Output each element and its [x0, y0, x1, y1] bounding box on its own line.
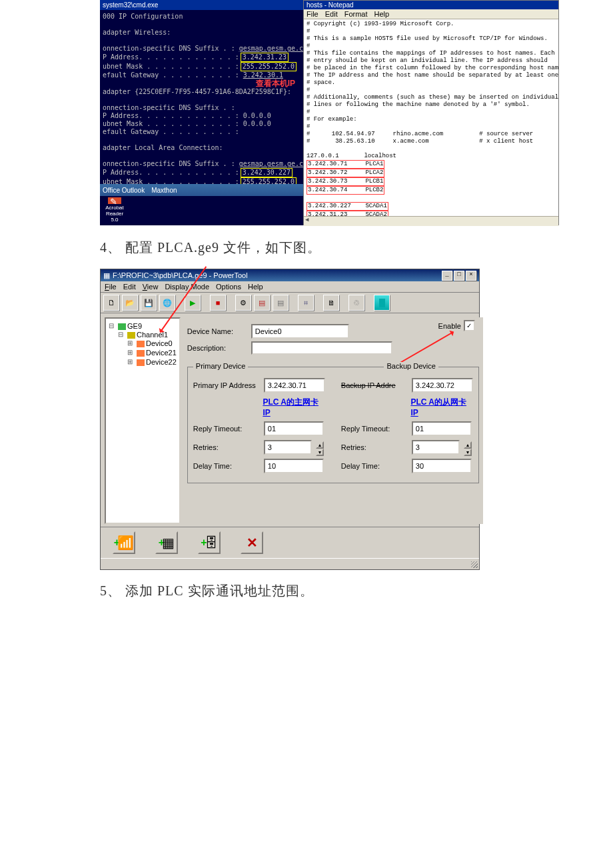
desktop-icon-label: Acrobat Reader 5.0: [103, 205, 127, 223]
ip-address-1: 3.242.31.23: [241, 53, 289, 62]
powertool-menubar: File Edit View Display Mode Options Help: [101, 281, 479, 293]
taskbar-item[interactable]: Office Outlook: [103, 187, 145, 194]
label-delay-time: Delay Time:: [341, 462, 408, 470]
hosts-localhost: 127.0.0.1 localhost: [306, 153, 396, 159]
menu-display-mode[interactable]: Display Mode: [165, 283, 209, 291]
notepad-menubar: File Edit Format Help: [304, 9, 558, 19]
subnet-mask-2: 0.0.0.0: [243, 120, 271, 127]
ip-address-2: 0.0.0.0: [243, 112, 271, 119]
tree-root[interactable]: GE9: [127, 322, 142, 330]
delete-button[interactable]: ✕: [241, 531, 263, 554]
label-device-name: Device Name:: [187, 327, 247, 335]
desktop-icons: Acrobat Reader 5.0: [100, 196, 303, 225]
label-retries: Retries:: [341, 443, 408, 451]
menu-format[interactable]: Format: [344, 10, 368, 18]
menu-help[interactable]: Help: [248, 283, 263, 291]
desktop-icon-acrobat[interactable]: Acrobat Reader 5.0: [103, 196, 127, 223]
toolbar-reset[interactable]: [348, 295, 364, 311]
toolbar-start[interactable]: [185, 295, 201, 311]
taskbar: Office Outlook Maxthon: [100, 184, 303, 196]
powertool-titlebar: ▦ F:\PROFIC~3\pdb\PLCA.ge9 - PowerTool _…: [101, 269, 479, 281]
hosts-scada1: 3.242.30.227 SCADA1: [306, 202, 388, 211]
toolbar-list[interactable]: [273, 295, 289, 311]
label-backup-ip: Backup IP Addre: [341, 381, 408, 389]
menu-file[interactable]: File: [306, 10, 318, 18]
toolbar-network[interactable]: [159, 295, 175, 311]
add-device-button[interactable]: +▦: [155, 531, 178, 554]
input-backup-ip[interactable]: 3.242.30.72: [412, 378, 473, 393]
cmd-body: 000 IP Configuration adapter Wireless: o…: [100, 10, 303, 213]
toolbar-settings[interactable]: [235, 295, 251, 311]
dns-suffix-1: gesmap.gesm.ge.com: [239, 45, 311, 52]
device-form: Device Name: Device0 Enable Description:…: [183, 317, 483, 524]
taskbar-item[interactable]: Maxthon: [151, 187, 177, 194]
adapter-lan-header: adapter Local Area Connection:: [103, 144, 301, 152]
powertool-content: GE9 Channel1 Device0 Device21 Device22: [101, 313, 479, 527]
toolbar-stop[interactable]: [210, 295, 226, 311]
toolbar-save[interactable]: [141, 295, 157, 311]
tree-device[interactable]: Device0: [146, 339, 173, 347]
toolbar-stats[interactable]: [254, 295, 270, 311]
label-reply-timeout: Reply Timeout:: [341, 425, 408, 433]
spinner-primary-retries[interactable]: ▲▼: [316, 441, 324, 453]
add-channel-button[interactable]: +📶: [113, 531, 135, 554]
window-title: F:\PROFIC~3\pdb\PLCA.ge9 - PowerTool: [113, 271, 248, 279]
checkbox-enable[interactable]: [464, 320, 475, 331]
input-description[interactable]: [251, 341, 392, 355]
hosts-plca1: 3.242.30.71 PLCA1: [306, 160, 384, 169]
close-button[interactable]: ×: [466, 271, 476, 281]
gateway-1: 3.242.30.1: [243, 71, 283, 79]
adapter-guid-header: adapter {225C0EFF-7F95-4457-91A6-8DA2F25…: [103, 88, 301, 96]
toolbar-report[interactable]: [323, 295, 339, 311]
toolbar-monitor[interactable]: [374, 295, 390, 311]
label-reply-timeout: Reply Timeout:: [193, 425, 260, 433]
cmd-titlebar: system32\cmd.exe: [100, 0, 303, 10]
legend-primary: Primary Device: [193, 362, 249, 370]
input-primary-retries[interactable]: 3: [264, 440, 312, 455]
menu-help[interactable]: Help: [374, 10, 390, 18]
hosts-plcb1: 3.242.30.73 PLCB1: [306, 177, 384, 186]
label-primary-ip: Primary IP Address: [193, 381, 260, 389]
menu-edit[interactable]: Edit: [325, 10, 338, 18]
tree-device[interactable]: Device21: [146, 349, 177, 357]
ip-address-3: 3.242.30.227: [241, 168, 293, 177]
bottom-button-bar: +📶 +▦ +🗄 ✕: [101, 527, 479, 558]
minimize-button[interactable]: _: [442, 271, 452, 281]
input-primary-ip[interactable]: 3.242.30.71: [264, 378, 325, 393]
notepad-window: hosts - Notepad File Edit Format Help # …: [303, 0, 559, 225]
add-datablock-button[interactable]: +🗄: [198, 531, 221, 554]
annotation-backup-nic: PLC A的从网卡IP: [410, 397, 472, 417]
notepad-scrollbar[interactable]: [304, 216, 558, 226]
menu-edit[interactable]: Edit: [123, 283, 136, 291]
adapter-wireless-header: adapter Wireless:: [103, 29, 301, 37]
hosts-plcb2: 3.242.30.74 PLCB2: [306, 186, 384, 195]
toolbar-grid[interactable]: [298, 295, 314, 311]
input-primary-delay[interactable]: 10: [264, 459, 324, 473]
device-tree[interactable]: GE9 Channel1 Device0 Device21 Device22: [105, 317, 181, 524]
input-primary-reply[interactable]: 01: [264, 421, 324, 436]
step-4-caption: 4、 配置 PLCA.ge9 文件，如下图。: [100, 239, 613, 257]
label-retries: Retries:: [193, 443, 260, 451]
menu-view[interactable]: View: [143, 283, 159, 291]
menu-options[interactable]: Options: [216, 283, 241, 291]
device-ip-group: Primary Device Backup Device Primary IP …: [187, 367, 479, 483]
cmd-window: system32\cmd.exe 000 IP Configuration ad…: [100, 0, 303, 225]
menu-file[interactable]: File: [105, 283, 117, 291]
notepad-titlebar: hosts - Notepad: [304, 1, 558, 9]
maximize-button[interactable]: □: [454, 271, 464, 281]
label-description: Description:: [187, 344, 247, 352]
toolbar-open[interactable]: [122, 295, 138, 311]
spinner-backup-retries[interactable]: ▲▼: [464, 441, 472, 453]
ipconfig-header: 000 IP Configuration: [103, 13, 301, 21]
input-backup-reply[interactable]: 01: [412, 421, 472, 436]
input-backup-retries[interactable]: 3: [412, 440, 460, 455]
input-device-name[interactable]: Device0: [251, 324, 349, 339]
step-5-caption: 5、 添加 PLC 实际通讯地址范围。: [100, 582, 613, 600]
input-backup-delay[interactable]: 30: [412, 459, 472, 473]
toolbar-new[interactable]: [103, 295, 119, 311]
label-delay-time: Delay Time:: [193, 462, 260, 470]
label-enable: Enable: [438, 322, 461, 330]
notepad-body[interactable]: # Copyright (c) 1993-1999 Microsoft Corp…: [304, 19, 558, 226]
tree-device[interactable]: Device22: [146, 358, 177, 366]
app-icon: ▦: [103, 271, 110, 280]
